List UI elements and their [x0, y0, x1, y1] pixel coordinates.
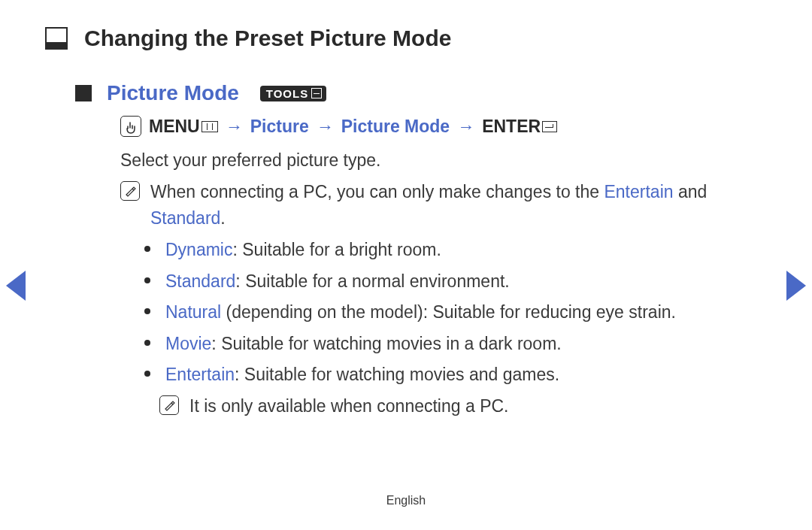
tools-badge-label: TOOLS [266, 87, 308, 100]
prev-page-button[interactable] [6, 271, 26, 301]
chapter-marker-icon [45, 27, 68, 50]
mode-extra: (depending on the model) [221, 302, 423, 322]
mode-desc: : Suitable for watching movies and games… [235, 365, 559, 384]
section-title: Picture Mode [107, 81, 239, 105]
keyword-entertain: Entertain [604, 182, 673, 201]
menu-grid-icon [201, 121, 218, 132]
mode-desc: : Suitable for watching movies in a dark… [211, 334, 561, 353]
arrow-icon: → [226, 117, 243, 137]
tools-badge: TOOLS [260, 86, 326, 101]
svg-marker-2 [6, 271, 26, 301]
list-item: Natural (depending on the model): Suitab… [150, 299, 767, 326]
tools-badge-icon [311, 88, 322, 98]
entertain-sub-note: It is only available when connecting a P… [159, 393, 767, 420]
path-picture: Picture [250, 117, 309, 137]
modes-list: Dynamic: Suitable for a bright room. Sta… [120, 237, 767, 389]
menu-path: MENU → Picture → Picture Mode → ENTER [120, 116, 767, 137]
mode-desc: : Suitable for a bright room. [232, 240, 441, 259]
mode-name: Natural [165, 302, 221, 322]
chapter-title: Changing the Preset Picture Mode [45, 26, 767, 51]
square-bullet-icon [75, 85, 92, 101]
note-icon [159, 395, 179, 415]
sub-note-text: It is only available when connecting a P… [189, 393, 508, 420]
menu-label: MENU [149, 117, 218, 137]
chapter-title-text: Changing the Preset Picture Mode [84, 26, 451, 51]
mode-name: Standard [165, 271, 235, 291]
enter-label: ENTER [482, 117, 557, 137]
svg-rect-1 [46, 42, 67, 49]
mode-name: Dynamic [165, 240, 232, 259]
section-header: Picture Mode TOOLS [75, 81, 767, 105]
pc-note-text: When connecting a PC, you can only make … [150, 179, 767, 232]
list-item: Entertain: Suitable for watching movies … [150, 362, 767, 389]
mode-name: Entertain [165, 365, 235, 384]
arrow-icon: → [317, 117, 334, 137]
keyword-standard: Standard [150, 208, 220, 228]
arrow-icon: → [457, 117, 474, 137]
footer-language: English [0, 494, 812, 507]
enter-key-icon [542, 121, 557, 132]
list-item: Standard: Suitable for a normal environm… [150, 268, 767, 295]
note-icon [120, 181, 140, 201]
path-picture-mode: Picture Mode [341, 117, 450, 137]
hand-press-icon [120, 116, 141, 137]
pc-note: When connecting a PC, you can only make … [120, 179, 767, 232]
list-item: Dynamic: Suitable for a bright room. [150, 237, 767, 264]
intro-text: Select your preferred picture type. [120, 147, 767, 174]
mode-desc: : Suitable for a normal environment. [235, 271, 509, 291]
mode-desc: : Suitable for reducing eye strain. [423, 302, 676, 322]
svg-marker-3 [786, 271, 806, 301]
next-page-button[interactable] [786, 271, 806, 301]
mode-name: Movie [165, 334, 211, 353]
list-item: Movie: Suitable for watching movies in a… [150, 331, 767, 358]
